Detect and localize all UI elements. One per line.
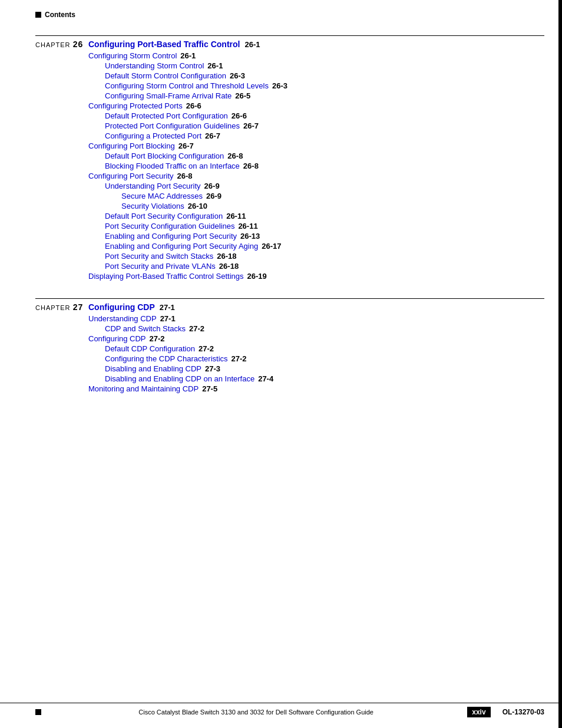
list-item: CDP and Switch Stacks27-2 <box>88 324 544 333</box>
toc-page: 27-5 <box>202 384 217 393</box>
list-item: Port Security Configuration Guidelines26… <box>88 222 544 230</box>
list-item: Default Protected Port Configuration26-6 <box>88 111 544 120</box>
toc-page: 27-3 <box>205 364 220 373</box>
toc-link[interactable]: Default CDP Configuration <box>105 344 195 353</box>
toc-page: 27-1 <box>160 314 176 323</box>
list-item: Configuring a Protected Port26-7 <box>88 131 544 140</box>
toc-link[interactable]: Understanding CDP <box>88 314 157 323</box>
toc-link[interactable]: Protected Port Configuration Guidelines <box>105 121 240 130</box>
toc-link[interactable]: Understanding Storm Control <box>105 61 204 70</box>
toc-link[interactable]: Configuring Protected Ports <box>88 101 183 110</box>
list-item: Displaying Port-Based Traffic Control Se… <box>88 272 544 281</box>
list-item: Configuring the CDP Characteristics27-2 <box>88 354 544 363</box>
chapter-label-ch27: CHAPTER 27 <box>35 302 88 312</box>
list-item: Secure MAC Addresses26-9 <box>88 192 544 200</box>
toc-page: 26-9 <box>206 192 222 200</box>
toc-link[interactable]: Disabling and Enabling CDP <box>105 364 201 373</box>
toc-page: 26-8 <box>177 172 193 180</box>
toc-link[interactable]: Configuring Storm Control <box>88 51 177 60</box>
list-item: Enabling and Configuring Port Security A… <box>88 242 544 251</box>
toc-link[interactable]: Configuring the CDP Characteristics <box>105 354 228 363</box>
toc-page: 26-11 <box>238 222 257 230</box>
chapter-row-ch26: CHAPTER 26Configuring Port-Based Traffic… <box>35 39 544 49</box>
list-item: Default Port Security Configuration26-11 <box>88 212 544 220</box>
page-header: Contents <box>35 11 75 19</box>
list-item: Protected Port Configuration Guidelines2… <box>88 121 544 130</box>
footer-square-icon <box>35 709 41 715</box>
toc-page: 26-5 <box>235 91 250 100</box>
toc-page: 26-7 <box>243 121 259 130</box>
toc-link[interactable]: Default Port Blocking Configuration <box>105 151 224 160</box>
toc-link[interactable]: Disabling and Enabling CDP on an Interfa… <box>105 374 254 383</box>
toc-page: 26-6 <box>186 101 201 110</box>
footer-page-label: xxiv <box>467 707 490 717</box>
list-item: Monitoring and Maintaining CDP27-5 <box>88 384 544 393</box>
chapter-page-ch27: 27-1 <box>160 303 175 312</box>
list-item: Default Storm Control Configuration26-3 <box>88 71 544 80</box>
toc-link[interactable]: Configuring Port Security <box>88 172 174 180</box>
toc-link[interactable]: Blocking Flooded Traffic on an Interface <box>105 162 240 170</box>
toc-link[interactable]: Monitoring and Maintaining CDP <box>88 384 199 393</box>
toc-link[interactable]: Default Storm Control Configuration <box>105 71 226 80</box>
list-item: Configuring CDP27-2 <box>88 334 544 343</box>
toc-link[interactable]: Configuring a Protected Port <box>105 131 201 140</box>
toc-page: 26-9 <box>204 182 220 190</box>
chapter-title-ch27[interactable]: Configuring CDP <box>88 302 155 312</box>
toc-link[interactable]: Default Port Security Configuration <box>105 212 223 220</box>
toc-link[interactable]: Configuring Port Blocking <box>88 141 175 150</box>
toc-link[interactable]: Port Security and Private VLANs <box>105 262 216 271</box>
toc-link[interactable]: Enabling and Configuring Port Security <box>105 232 237 241</box>
list-item: Port Security and Switch Stacks26-18 <box>88 252 544 261</box>
toc-link[interactable]: Enabling and Configuring Port Security A… <box>105 242 258 251</box>
toc-page: 26-11 <box>226 212 246 220</box>
page-footer: Cisco Catalyst Blade Switch 3130 and 303… <box>0 703 562 717</box>
list-item: Security Violations26-10 <box>88 202 544 210</box>
chapter-label-ch26: CHAPTER 26 <box>35 39 88 49</box>
list-item: Configuring Storm Control26-1 <box>88 51 544 60</box>
chapter-block-ch26: CHAPTER 26Configuring Port-Based Traffic… <box>35 35 544 281</box>
right-border <box>558 0 562 728</box>
list-item: Understanding Storm Control26-1 <box>88 61 544 70</box>
list-item: Configuring Protected Ports26-6 <box>88 101 544 110</box>
toc-page: 26-1 <box>180 51 196 60</box>
toc-page: 26-7 <box>205 131 220 140</box>
toc-link[interactable]: Port Security and Switch Stacks <box>105 252 213 261</box>
list-item: Configuring Port Blocking26-7 <box>88 141 544 150</box>
chapter-divider-ch26 <box>35 35 544 36</box>
chapter-divider-ch27 <box>35 298 544 299</box>
chapter-row-ch27: CHAPTER 27Configuring CDP27-1 <box>35 302 544 312</box>
header-label: Contents <box>45 11 75 19</box>
toc-link[interactable]: Default Protected Port Configuration <box>105 111 228 120</box>
toc-link[interactable]: Configuring Storm Control and Threshold … <box>105 81 269 90</box>
toc-link[interactable]: Port Security Configuration Guidelines <box>105 222 234 230</box>
main-content: CHAPTER 26Configuring Port-Based Traffic… <box>35 35 544 411</box>
toc-link[interactable]: Configuring Small-Frame Arrival Rate <box>105 91 232 100</box>
toc-link[interactable]: CDP and Switch Stacks <box>105 324 186 333</box>
footer-doc-num: OL-13270-03 <box>503 708 544 716</box>
list-item: Configuring Small-Frame Arrival Rate26-5 <box>88 91 544 100</box>
toc-link[interactable]: Understanding Port Security <box>105 182 201 190</box>
toc-link[interactable]: Security Violations <box>121 202 184 210</box>
toc-entries-ch26: Configuring Storm Control26-1Understandi… <box>88 51 544 281</box>
list-item: Blocking Flooded Traffic on an Interface… <box>88 162 544 170</box>
list-item: Understanding Port Security26-9 <box>88 182 544 190</box>
toc-link[interactable]: Secure MAC Addresses <box>121 192 203 200</box>
toc-page: 26-13 <box>240 232 260 241</box>
toc-page: 26-18 <box>217 252 236 261</box>
toc-page: 26-17 <box>262 242 281 251</box>
list-item: Port Security and Private VLANs26-18 <box>88 262 544 271</box>
list-item: Default CDP Configuration27-2 <box>88 344 544 353</box>
toc-page: 26-18 <box>219 262 239 271</box>
chapter-block-ch27: CHAPTER 27Configuring CDP27-1Understandi… <box>35 298 544 393</box>
list-item: Disabling and Enabling CDP27-3 <box>88 364 544 373</box>
toc-link[interactable]: Configuring CDP <box>88 334 146 343</box>
toc-page: 26-7 <box>178 141 194 150</box>
chapter-title-ch26[interactable]: Configuring Port-Based Traffic Control <box>88 39 240 49</box>
toc-page: 26-6 <box>232 111 247 120</box>
toc-page: 26-10 <box>188 202 207 210</box>
list-item: Disabling and Enabling CDP on an Interfa… <box>88 374 544 383</box>
list-item: Enabling and Configuring Port Security26… <box>88 232 544 241</box>
toc-link[interactable]: Displaying Port-Based Traffic Control Se… <box>88 272 244 281</box>
toc-page: 27-2 <box>150 334 165 343</box>
toc-page: 26-1 <box>207 61 223 70</box>
